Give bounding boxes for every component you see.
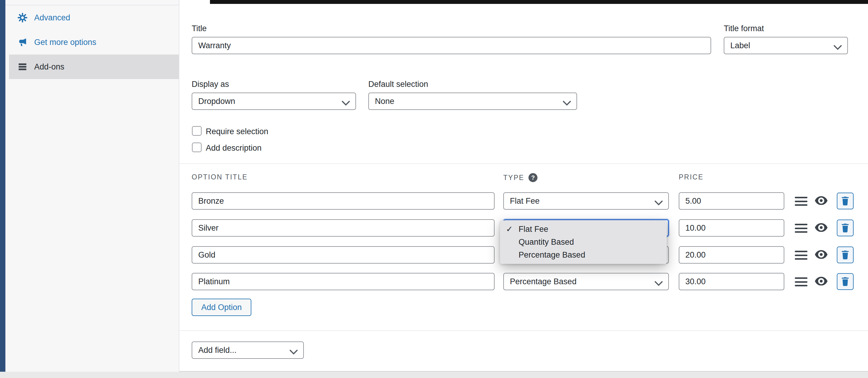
type-dropdown-menu: ✓ Flat Fee Quantity Based Percentage Bas… <box>500 220 667 264</box>
add-field-value: Add field... <box>198 346 237 355</box>
eye-icon[interactable] <box>815 196 828 206</box>
left-rail <box>0 0 5 372</box>
clipped-content-bar <box>210 0 868 4</box>
type-column-header: TYPE ? <box>503 173 537 182</box>
menu-item-flat-fee[interactable]: ✓ Flat Fee <box>500 223 667 236</box>
chevron-down-icon <box>654 279 663 284</box>
drag-handle-icon[interactable] <box>795 251 807 260</box>
sidebar-clipped-item <box>5 0 179 5</box>
list-icon <box>18 62 28 72</box>
delete-option-button[interactable] <box>837 273 854 290</box>
sidebar-item-add-ons[interactable]: Add-ons <box>9 55 179 79</box>
default-selection-label: Default selection <box>368 80 428 89</box>
add-description-label: Add description <box>206 143 261 153</box>
display-as-label: Display as <box>192 80 229 89</box>
title-format-select[interactable]: Label <box>724 37 848 54</box>
add-description-checkbox[interactable] <box>192 143 202 152</box>
require-selection-checkbox[interactable] <box>192 126 202 136</box>
default-selection-value: None <box>375 97 395 106</box>
chevron-down-icon <box>563 99 571 104</box>
add-option-button[interactable]: Add Option <box>192 299 251 316</box>
chevron-down-icon <box>834 43 842 48</box>
drag-handle-icon[interactable] <box>795 197 807 206</box>
option-title-input[interactable] <box>192 246 495 264</box>
title-label: Title <box>192 24 207 33</box>
price-column-header: PRICE <box>679 173 704 181</box>
drag-handle-icon[interactable] <box>795 224 807 233</box>
addons-sidebar: Advanced Get more options Add-ons <box>5 0 179 372</box>
default-selection-select[interactable]: None <box>368 93 577 110</box>
menu-item-percentage-based[interactable]: Percentage Based <box>500 249 667 262</box>
option-price-input[interactable] <box>679 219 784 237</box>
chevron-down-icon <box>289 347 298 353</box>
megaphone-icon <box>18 37 28 47</box>
option-price-input[interactable] <box>679 273 784 290</box>
title-format-value: Label <box>730 41 750 50</box>
addon-settings-panel: Title Title format Label Display as Drop… <box>179 0 868 372</box>
display-as-value: Dropdown <box>198 97 235 106</box>
chevron-down-icon <box>342 99 350 104</box>
option-title-input[interactable] <box>192 192 495 210</box>
option-type-select[interactable]: Percentage Based <box>503 273 669 290</box>
eye-icon[interactable] <box>815 223 828 233</box>
checkmark-icon: ✓ <box>506 223 513 236</box>
delete-option-button[interactable] <box>837 219 854 236</box>
divider <box>179 331 868 331</box>
option-type-select[interactable]: Flat Fee <box>503 192 669 210</box>
delete-option-button[interactable] <box>837 193 854 209</box>
sidebar-item-label: Advanced <box>34 13 70 23</box>
sidebar-item-label: Add-ons <box>34 62 64 72</box>
option-price-input[interactable] <box>679 192 784 210</box>
gear-icon <box>18 12 28 23</box>
divider <box>179 163 868 164</box>
title-format-label: Title format <box>724 24 764 33</box>
option-title-input[interactable] <box>192 273 495 290</box>
chevron-down-icon <box>654 198 663 204</box>
eye-icon[interactable] <box>815 250 828 260</box>
product-addons-screen: Advanced Get more options Add-ons Title <box>0 0 868 378</box>
help-icon[interactable]: ? <box>528 173 537 182</box>
delete-option-button[interactable] <box>837 246 854 263</box>
title-input[interactable] <box>192 37 711 54</box>
option-title-input[interactable] <box>192 219 495 237</box>
display-as-select[interactable]: Dropdown <box>192 93 356 110</box>
sidebar-item-advanced[interactable]: Advanced <box>5 5 179 30</box>
menu-item-quantity-based[interactable]: Quantity Based <box>500 236 667 249</box>
require-selection-label: Require selection <box>206 127 269 136</box>
eye-icon[interactable] <box>815 277 828 286</box>
sidebar-item-label: Get more options <box>34 38 96 47</box>
drag-handle-icon[interactable] <box>795 277 807 286</box>
sidebar-item-get-more-options[interactable]: Get more options <box>5 30 179 55</box>
option-price-input[interactable] <box>679 246 784 264</box>
add-field-select[interactable]: Add field... <box>192 341 304 359</box>
option-title-column-header: OPTION TITLE <box>192 173 248 181</box>
